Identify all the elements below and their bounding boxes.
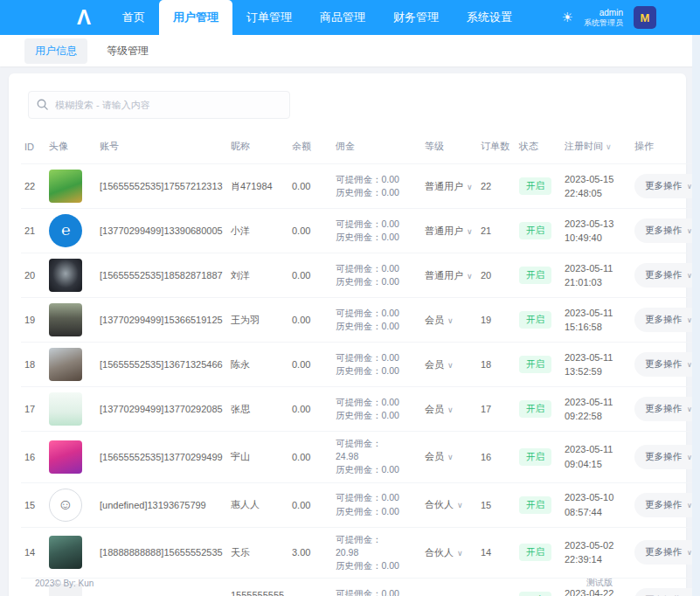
col-account: 账号 xyxy=(96,131,227,164)
users-table: ID 头像 账号 昵称 余额 佣金 等级 订单数 状态 注册时间∨ 操作 22[… xyxy=(21,131,700,596)
chevron-down-icon: ∨ xyxy=(687,549,692,557)
search-icon xyxy=(36,98,49,111)
light-card-image-avatar xyxy=(49,392,82,426)
avatar-cell: ℮ xyxy=(45,209,96,253)
row-id: 18 xyxy=(21,343,45,387)
theme-toggle-icon[interactable]: ☀ xyxy=(562,10,573,25)
user-avatar[interactable]: M xyxy=(634,6,656,29)
more-actions-button[interactable]: 更多操作 ∨ xyxy=(634,540,700,565)
tab-level-management[interactable]: 等级管理 xyxy=(96,38,159,64)
nav-item-product-management[interactable]: 商品管理 xyxy=(306,0,379,35)
chevron-down-icon: ∨ xyxy=(687,316,692,324)
table-row: 19[13770299499]15366519125王为羽0.00可提佣金：0.… xyxy=(21,298,700,343)
row-id: 20 xyxy=(21,253,45,298)
level-select[interactable]: 会员∨ xyxy=(421,298,477,343)
sort-caret-icon[interactable]: ∨ xyxy=(606,142,612,151)
more-actions-button[interactable]: 更多操作 ∨ xyxy=(634,397,700,421)
chevron-down-icon: ∨ xyxy=(467,227,473,236)
status-badge: 开启 xyxy=(519,400,551,418)
register-time-cell: 2023-05-1008:57:44 xyxy=(561,482,631,527)
avatar-cell xyxy=(45,343,96,387)
status-badge: 开启 xyxy=(519,311,551,329)
commission-line: 可提佣金： xyxy=(336,437,418,450)
table-header-row: ID 头像 账号 昵称 余额 佣金 等级 订单数 状态 注册时间∨ 操作 xyxy=(21,131,700,164)
table-row: 16[15655552535]13770299499宇山0.00可提佣金：24.… xyxy=(21,432,700,483)
actions-cell: 更多操作 ∨ xyxy=(631,298,700,343)
orders-cell: 16 xyxy=(477,432,516,483)
chevron-down-icon: ∨ xyxy=(447,316,454,325)
more-actions-button[interactable]: 更多操作 ∨ xyxy=(634,445,700,469)
commission-cell: 可提佣金：0.00历史佣金：0.00 xyxy=(332,482,421,527)
orders-cell: 19 xyxy=(477,298,516,343)
level-value: 合伙人 xyxy=(425,499,454,509)
commission-line: 历史佣金：0.00 xyxy=(336,409,418,422)
level-select[interactable]: 普通用户∨ xyxy=(421,164,477,209)
register-clock: 09:04:15 xyxy=(565,457,627,472)
level-select[interactable]: 会员∨ xyxy=(421,432,477,483)
more-actions-button[interactable]: 更多操作 ∨ xyxy=(634,174,700,198)
scrollbar-track[interactable] xyxy=(692,35,700,596)
register-time-cell: 2023-05-1113:52:59 xyxy=(561,343,631,387)
level-select[interactable]: 合伙人∨ xyxy=(421,482,477,527)
commission-line: 可提佣金：0.00 xyxy=(336,307,418,320)
commission-cell: 可提佣金：0.00历史佣金：0.00 xyxy=(332,298,421,343)
chevron-down-icon: ∨ xyxy=(447,405,454,414)
status-badge: 开启 xyxy=(519,356,551,373)
nickname-cell: 惠人人 xyxy=(227,482,288,527)
search-input[interactable] xyxy=(28,91,290,119)
user-management-page: Λ 首页 用户管理 订单管理 商品管理 财务管理 系统设置 ☀ admin 系统… xyxy=(0,0,700,596)
more-actions-button[interactable]: 更多操作 ∨ xyxy=(634,493,700,517)
chevron-down-icon: ∨ xyxy=(687,183,692,191)
more-actions-button[interactable]: 更多操作 ∨ xyxy=(634,352,700,377)
user-table-card: ID 头像 账号 昵称 余额 佣金 等级 订单数 状态 注册时间∨ 操作 22[… xyxy=(9,73,686,596)
status-cell: 开启 xyxy=(516,482,561,527)
actions-cell: 更多操作 ∨ xyxy=(631,253,700,298)
register-date: 2023-05-11 xyxy=(565,350,627,365)
copyright-text: 2023© By: Kun xyxy=(35,579,94,588)
more-actions-button[interactable]: 更多操作 ∨ xyxy=(634,308,700,332)
col-register-time[interactable]: 注册时间∨ xyxy=(561,131,631,164)
app-logo[interactable]: Λ xyxy=(77,0,89,35)
user-menu[interactable]: admin 系统管理员 xyxy=(584,8,623,27)
level-value: 会员 xyxy=(425,315,444,325)
orders-cell: 18 xyxy=(477,343,516,387)
nav-item-home[interactable]: 首页 xyxy=(108,0,159,35)
account-cell: [15655552535]17557212313 xyxy=(96,164,227,209)
telecom-logo-avatar: ℮ xyxy=(49,214,82,247)
col-nickname: 昵称 xyxy=(227,131,288,164)
row-id: 17 xyxy=(21,387,45,432)
status-cell: 开启 xyxy=(516,164,561,209)
status-badge: 开启 xyxy=(519,448,551,466)
status-badge: 开启 xyxy=(519,267,551,284)
tab-user-info[interactable]: 用户信息 xyxy=(24,38,87,64)
account-cell: [15655552535]13770299499 xyxy=(96,432,227,483)
nickname-cell: 王为羽 xyxy=(227,298,288,343)
nav-item-user-management[interactable]: 用户管理 xyxy=(159,0,232,35)
level-value: 普通用户 xyxy=(425,225,463,236)
commission-line: 历史佣金：0.00 xyxy=(336,364,418,378)
nav-item-order-management[interactable]: 订单管理 xyxy=(232,0,306,35)
status-badge: 开启 xyxy=(519,496,551,514)
person-photo-avatar xyxy=(49,348,82,381)
nav-item-finance-management[interactable]: 财务管理 xyxy=(379,0,453,35)
col-commission: 佣金 xyxy=(332,131,421,164)
level-select[interactable]: 普通用户∨ xyxy=(421,253,477,298)
more-actions-button[interactable]: 更多操作 ∨ xyxy=(634,218,700,243)
status-cell: 开启 xyxy=(516,387,561,432)
game-landscape-avatar xyxy=(49,170,82,203)
register-time-cell: 2023-05-1121:01:03 xyxy=(561,253,631,298)
level-select[interactable]: 会员∨ xyxy=(421,387,477,432)
footer-right-link[interactable]: 测试版 xyxy=(586,577,665,589)
account-cell: [15655552535]18582871887 xyxy=(96,253,227,298)
more-actions-button[interactable]: 更多操作 ∨ xyxy=(634,263,700,288)
table-row: 21℮[13770299499]13390680005小洋0.00可提佣金：0.… xyxy=(21,209,700,253)
balance-cell: 0.00 xyxy=(288,164,332,209)
nav-item-system-settings[interactable]: 系统设置 xyxy=(453,0,526,35)
page-footer: 2023© By: Kun 测试版 xyxy=(0,570,700,596)
avatar-cell xyxy=(45,298,96,343)
table-row: 18[15655552535]13671325466陈永0.00可提佣金：0.0… xyxy=(21,343,700,387)
register-clock: 08:57:44 xyxy=(565,505,627,520)
level-select[interactable]: 会员∨ xyxy=(421,343,477,387)
level-select[interactable]: 普通用户∨ xyxy=(421,209,477,253)
register-clock: 21:01:03 xyxy=(565,275,627,290)
